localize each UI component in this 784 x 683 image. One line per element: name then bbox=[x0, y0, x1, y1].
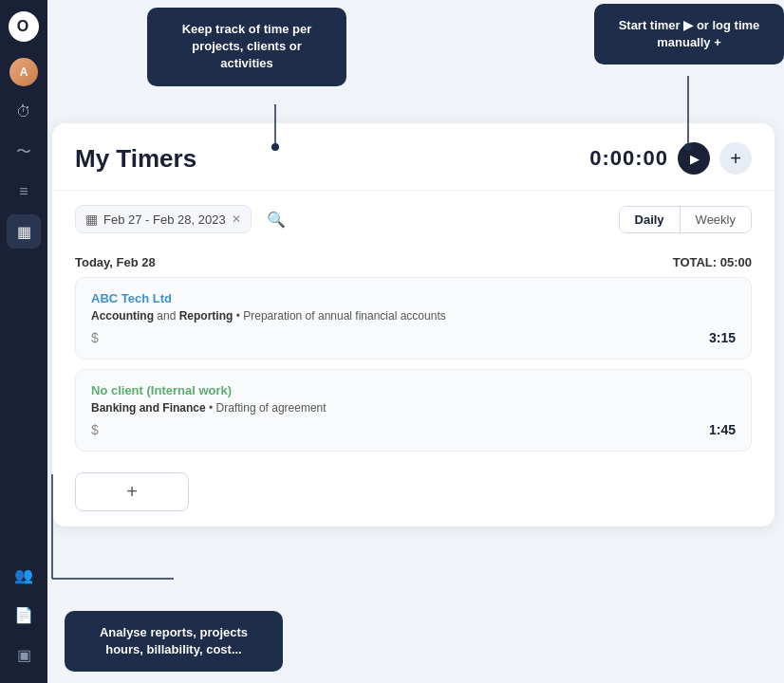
entry-1-billing-icon: $ bbox=[91, 330, 99, 345]
time-entry-1[interactable]: ABC Tech Ltd Accounting and Reporting • … bbox=[75, 277, 752, 360]
tooltip-track-time: Keep track of time per projects, clients… bbox=[147, 8, 346, 86]
add-timer-button[interactable]: + bbox=[719, 142, 752, 175]
timer-display: 0:00:00 bbox=[589, 146, 668, 171]
daily-view-button[interactable]: Daily bbox=[620, 207, 681, 232]
add-entry-section: + bbox=[52, 461, 775, 526]
user-avatar: A bbox=[9, 58, 38, 86]
document-icon: 📄 bbox=[14, 606, 33, 624]
sidebar-item-analytics[interactable]: 〜 bbox=[7, 135, 41, 169]
date-range-text: Feb 27 - Feb 28, 2023 bbox=[103, 212, 226, 227]
add-entry-icon: + bbox=[126, 481, 138, 503]
clear-date-button[interactable]: ✕ bbox=[232, 212, 241, 226]
entry-2-footer: $ 1:45 bbox=[91, 422, 736, 437]
analytics-icon: 〜 bbox=[16, 142, 31, 162]
timer-header: My Timers 0:00:00 ▶ + bbox=[52, 123, 775, 191]
entry-2-description: Banking and Finance • Drafting of agreem… bbox=[91, 401, 736, 415]
filter-left: ▦ Feb 27 - Feb 28, 2023 ✕ 🔍 bbox=[75, 204, 291, 234]
entry-1-footer: $ 3:15 bbox=[91, 330, 736, 345]
weekly-view-button[interactable]: Weekly bbox=[681, 207, 751, 232]
timer-controls: 0:00:00 ▶ + bbox=[589, 142, 752, 175]
logo[interactable]: O bbox=[9, 11, 39, 42]
entry-2-client: No client (Internal work) bbox=[91, 383, 736, 397]
folder-icon: ▣ bbox=[17, 646, 31, 664]
entry-1-time: 3:15 bbox=[709, 330, 736, 345]
entry-2-time: 1:45 bbox=[709, 422, 736, 437]
grid-icon: ▦ bbox=[17, 223, 31, 241]
sidebar-item-folder[interactable]: ▣ bbox=[7, 637, 41, 672]
entry-1-description: Accounting and Reporting • Preparation o… bbox=[91, 309, 736, 323]
plus-icon: + bbox=[730, 148, 741, 170]
sidebar-item-people[interactable]: 👥 bbox=[7, 558, 41, 592]
calendar-icon: ▦ bbox=[85, 212, 98, 227]
date-range-filter[interactable]: ▦ Feb 27 - Feb 28, 2023 ✕ bbox=[75, 205, 252, 233]
entry-1-client: ABC Tech Ltd bbox=[91, 291, 736, 305]
sidebar: O A ⏱ 〜 ≡ ▦ 👥 📄 ▣ bbox=[0, 0, 47, 683]
day-total: TOTAL: 05:00 bbox=[673, 255, 752, 269]
search-icon: 🔍 bbox=[267, 211, 286, 229]
sidebar-item-document[interactable]: 📄 bbox=[7, 598, 41, 632]
tooltip-analyse-reports: Analyse reports, projects hours, billabi… bbox=[65, 611, 283, 672]
tooltip-start-timer-text: Start timer ▶ or log time manually + bbox=[619, 18, 760, 49]
day-label: Today, Feb 28 bbox=[75, 255, 156, 269]
list-icon: ≡ bbox=[19, 183, 28, 200]
view-toggle: Daily Weekly bbox=[619, 206, 752, 233]
tooltip-start-timer: Start timer ▶ or log time manually + bbox=[594, 4, 784, 65]
sidebar-item-timer[interactable]: ⏱ bbox=[7, 95, 41, 129]
sidebar-item-grid[interactable]: ▦ bbox=[7, 214, 41, 249]
timer-icon: ⏱ bbox=[16, 103, 31, 120]
tooltip-analyse-text: Analyse reports, projects hours, billabi… bbox=[100, 625, 248, 656]
sidebar-item-avatar[interactable]: A bbox=[7, 55, 41, 89]
add-entry-button[interactable]: + bbox=[75, 472, 189, 511]
people-icon: 👥 bbox=[14, 566, 33, 584]
play-icon: ▶ bbox=[690, 152, 700, 166]
play-button[interactable]: ▶ bbox=[678, 142, 710, 175]
day-header: Today, Feb 28 TOTAL: 05:00 bbox=[75, 248, 752, 277]
day-section: Today, Feb 28 TOTAL: 05:00 ABC Tech Ltd … bbox=[52, 248, 775, 452]
sidebar-item-list[interactable]: ≡ bbox=[7, 175, 41, 209]
tooltip-track-time-text: Keep track of time per projects, clients… bbox=[182, 22, 312, 70]
timer-title: My Timers bbox=[75, 144, 196, 174]
logo-text: O bbox=[17, 18, 28, 35]
search-button[interactable]: 🔍 bbox=[261, 204, 291, 234]
timer-card: My Timers 0:00:00 ▶ + ▦ Feb 27 - Feb 28,… bbox=[52, 123, 775, 526]
time-entry-2[interactable]: No client (Internal work) Banking and Fi… bbox=[75, 369, 752, 452]
filter-bar: ▦ Feb 27 - Feb 28, 2023 ✕ 🔍 Daily Weekly bbox=[52, 191, 775, 248]
entry-2-billing-icon: $ bbox=[91, 422, 99, 437]
